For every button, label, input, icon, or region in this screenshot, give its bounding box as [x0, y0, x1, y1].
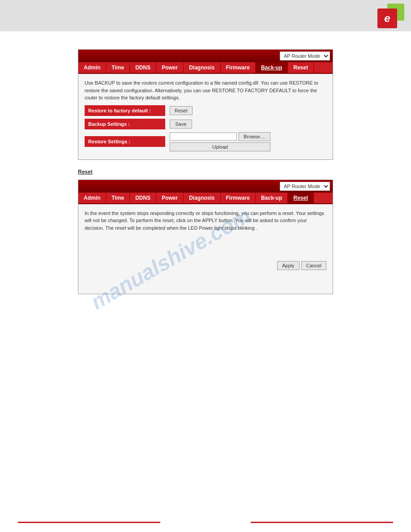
apply-button[interactable]: Apply: [277, 261, 300, 270]
bottom-line-right: [251, 522, 393, 523]
restore-settings-controls: Browse.... Upload: [165, 132, 270, 151]
restore-settings-label: Restore Settings :: [85, 136, 165, 147]
panel-header-2: AP Router Mode AP Client Mode Repeater M…: [78, 180, 333, 193]
tab-diagnosis-1[interactable]: Diagnosis: [184, 62, 220, 73]
restore-factory-controls: Reset: [165, 106, 193, 115]
top-bar: e: [0, 0, 411, 31]
upload-button[interactable]: Upload: [170, 142, 270, 151]
tab-firmware-1[interactable]: Firmware: [221, 62, 256, 73]
tab-admin-1[interactable]: Admin: [78, 62, 106, 73]
reset-buttons: Apply Cancel: [85, 258, 326, 270]
cancel-button[interactable]: Cancel: [301, 261, 326, 270]
main-content: AP Router Mode AP Client Mode Repeater M…: [0, 31, 411, 321]
tab-power-1[interactable]: Power: [156, 62, 184, 73]
backup-settings-controls: Save: [165, 120, 192, 129]
panel-backup: AP Router Mode AP Client Mode Repeater M…: [78, 49, 333, 160]
bottom-line-left: [18, 522, 160, 523]
tab-firmware-2[interactable]: Firmware: [221, 193, 256, 203]
save-button[interactable]: Save: [170, 120, 192, 129]
logo: e: [377, 4, 404, 28]
tab-ddns-2[interactable]: DDNS: [130, 193, 156, 203]
file-input[interactable]: [170, 133, 237, 141]
backup-settings-label: Backup Settings :: [85, 119, 165, 129]
tab-time-2[interactable]: Time: [106, 193, 130, 203]
tab-power-2[interactable]: Power: [156, 193, 184, 203]
backup-form: Restore to factory default : Reset Backu…: [85, 105, 326, 151]
bottom-lines: [0, 522, 411, 523]
mode-select-1[interactable]: AP Router Mode AP Client Mode Repeater M…: [280, 51, 330, 60]
logo-icon: e: [384, 12, 390, 25]
reset-description: In the event the system stops responding…: [85, 210, 326, 232]
restore-factory-label: Restore to factory default :: [85, 105, 165, 116]
tab-time-1[interactable]: Time: [106, 62, 130, 73]
logo-red: e: [377, 9, 397, 28]
tab-ddns-1[interactable]: DDNS: [130, 62, 156, 73]
mode-select-2[interactable]: AP Router Mode AP Client Mode Repeater M…: [280, 182, 330, 191]
tab-reset-2[interactable]: Reset: [288, 193, 314, 203]
reset-button[interactable]: Reset: [170, 106, 193, 115]
tab-reset-1[interactable]: Reset: [288, 62, 314, 73]
browse-input-row: Browse....: [170, 132, 270, 141]
tab-admin-2[interactable]: Admin: [78, 193, 106, 203]
panel-reset: AP Router Mode AP Client Mode Repeater M…: [78, 180, 333, 294]
panel-header-1: AP Router Mode AP Client Mode Repeater M…: [78, 50, 333, 62]
nav-tabs-1: Admin Time DDNS Power Diagnosis Firmware…: [78, 62, 333, 74]
tab-diagnosis-2[interactable]: Diagnosis: [184, 193, 220, 203]
section-label: Reset: [78, 169, 333, 175]
panel-body-2: In the event the system stops responding…: [78, 204, 333, 294]
restore-factory-row: Restore to factory default : Reset: [85, 105, 326, 116]
backup-settings-row: Backup Settings : Save: [85, 119, 326, 129]
tab-backup-1[interactable]: Back-up: [256, 62, 288, 73]
restore-settings-row: Restore Settings : Browse.... Upload: [85, 132, 326, 151]
tab-backup-2[interactable]: Back-up: [256, 193, 288, 203]
panel-body-1: Use BACKUP to save the routers current c…: [78, 74, 333, 159]
browse-row: Browse.... Upload: [170, 132, 270, 151]
browse-button[interactable]: Browse....: [239, 132, 270, 141]
nav-tabs-2: Admin Time DDNS Power Diagnosis Firmware…: [78, 193, 333, 204]
backup-description: Use BACKUP to save the routers current c…: [85, 79, 326, 102]
